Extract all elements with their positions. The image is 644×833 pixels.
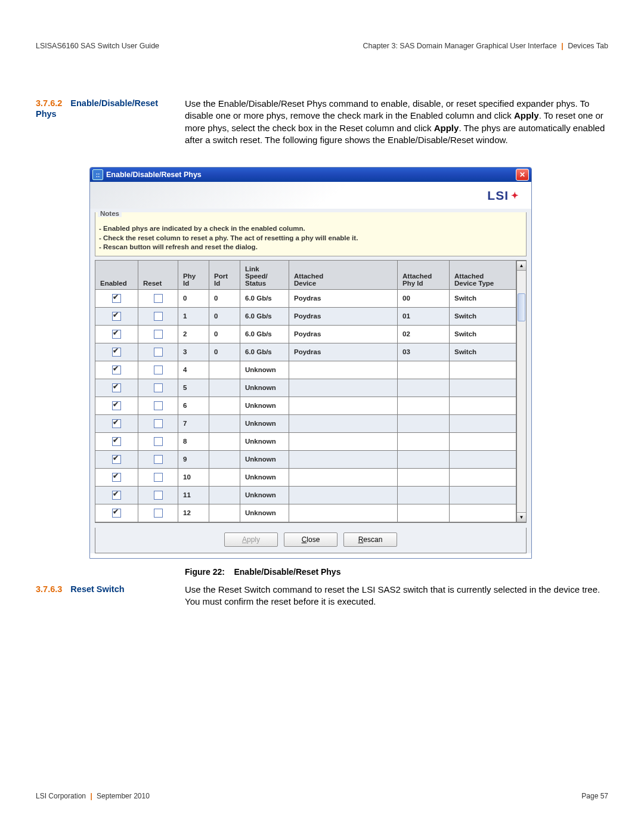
table-cell: 6.0 Gb/s — [240, 343, 289, 361]
table-row: 6Unknown — [95, 397, 516, 414]
checkbox-checked[interactable] — [112, 348, 121, 357]
table-cell: Switch — [450, 325, 516, 343]
table-cell — [138, 468, 178, 486]
table-cell: 00 — [398, 289, 450, 307]
table-cell: 0 — [209, 325, 240, 343]
table-cell: 4 — [178, 361, 209, 379]
checkbox-unchecked[interactable] — [154, 401, 163, 410]
checkbox-unchecked[interactable] — [154, 330, 163, 339]
notes-line: - Rescan button will refresh and reset t… — [99, 243, 522, 252]
checkbox-unchecked[interactable] — [154, 437, 163, 446]
table-cell — [289, 486, 398, 504]
scroll-up-button[interactable]: ▲ — [517, 261, 526, 271]
checkbox-unchecked[interactable] — [154, 348, 163, 357]
table-cell — [289, 432, 398, 450]
table-cell: Unknown — [240, 397, 289, 414]
running-footer: LSI Corporation | September 2010 Page 57 — [36, 792, 608, 800]
table-cell — [398, 397, 450, 414]
table-cell — [138, 343, 178, 361]
checkbox-unchecked[interactable] — [154, 473, 163, 482]
close-window-button[interactable]: ✕ — [516, 169, 529, 181]
checkbox-unchecked[interactable] — [154, 366, 163, 374]
table-row: 006.0 Gb/sPoydras00Switch — [95, 289, 516, 307]
table-cell — [138, 504, 178, 522]
table-row: 5Unknown — [95, 379, 516, 397]
table-cell — [289, 379, 398, 397]
table-cell: Switch — [450, 289, 516, 307]
table-row: 10Unknown — [95, 468, 516, 486]
window-titlebar[interactable]: :: Enable/Disable/Reset Phys ✕ — [90, 168, 531, 182]
checkbox-unchecked[interactable] — [154, 312, 163, 321]
checkbox-checked[interactable] — [112, 437, 121, 446]
column-header[interactable]: LinkSpeed/Status — [240, 261, 289, 290]
header-right: Chapter 3: SAS Domain Manager Graphical … — [363, 42, 608, 50]
column-header[interactable]: Reset — [138, 261, 178, 290]
table-cell: Unknown — [240, 468, 289, 486]
checkbox-checked[interactable] — [112, 473, 121, 482]
checkbox-checked[interactable] — [112, 383, 121, 392]
scroll-track[interactable] — [517, 271, 526, 512]
app-icon: :: — [92, 169, 103, 180]
checkbox-checked[interactable] — [112, 419, 121, 428]
scroll-thumb[interactable] — [518, 293, 525, 321]
close-button[interactable]: Close — [284, 532, 338, 547]
table-cell — [209, 414, 240, 432]
checkbox-unchecked[interactable] — [154, 509, 163, 518]
column-header[interactable]: AttachedDevice — [289, 261, 398, 290]
table-row: 4Unknown — [95, 361, 516, 379]
column-header[interactable]: AttachedDevice Type — [450, 261, 516, 290]
table-cell: 6 — [178, 397, 209, 414]
table-row: 7Unknown — [95, 414, 516, 432]
divider-accent: | — [561, 42, 564, 50]
checkbox-unchecked[interactable] — [154, 455, 163, 464]
column-header[interactable]: PortId — [209, 261, 240, 290]
table-cell: 2 — [178, 325, 209, 343]
column-header[interactable]: AttachedPhy Id — [398, 261, 450, 290]
checkbox-checked[interactable] — [112, 294, 121, 303]
window-title: Enable/Disable/Reset Phys — [106, 171, 202, 179]
table-cell: Switch — [450, 307, 516, 325]
notes-line: - Enabled phys are indicated by a check … — [99, 224, 522, 234]
table-cell: Unknown — [240, 414, 289, 432]
table-cell: 02 — [398, 325, 450, 343]
table-cell — [95, 504, 138, 522]
checkbox-unchecked[interactable] — [154, 419, 163, 428]
checkbox-unchecked[interactable] — [154, 294, 163, 303]
table-cell — [209, 468, 240, 486]
table-cell: 3 — [178, 343, 209, 361]
checkbox-checked[interactable] — [112, 455, 121, 464]
scroll-down-button[interactable]: ▼ — [517, 512, 526, 522]
button-bar: Apply Close Rescan — [95, 528, 527, 553]
checkbox-unchecked[interactable] — [154, 383, 163, 392]
column-header[interactable]: Enabled — [95, 261, 138, 290]
table-cell: 0 — [209, 343, 240, 361]
table-cell — [450, 468, 516, 486]
table-cell — [209, 450, 240, 468]
checkbox-checked[interactable] — [112, 509, 121, 518]
table-cell — [138, 450, 178, 468]
section-body: Use the Enable/Disable/Reset Phys comman… — [185, 98, 608, 146]
apply-button[interactable]: Apply — [224, 532, 278, 547]
checkbox-checked[interactable] — [112, 366, 121, 374]
checkbox-checked[interactable] — [112, 312, 121, 321]
table-cell — [95, 289, 138, 307]
table-cell — [95, 361, 138, 379]
table-cell: Unknown — [240, 432, 289, 450]
table-cell — [95, 397, 138, 414]
phys-table-container: EnabledResetPhyIdPortIdLinkSpeed/StatusA… — [95, 260, 527, 523]
table-cell: 0 — [178, 289, 209, 307]
rescan-button[interactable]: Rescan — [343, 532, 397, 547]
checkbox-unchecked[interactable] — [154, 491, 163, 500]
checkbox-checked[interactable] — [112, 330, 121, 339]
checkbox-checked[interactable] — [112, 491, 121, 500]
vertical-scrollbar[interactable]: ▲ ▼ — [516, 261, 527, 522]
table-cell: 11 — [178, 486, 209, 504]
checkbox-checked[interactable] — [112, 401, 121, 410]
running-header: LSISAS6160 SAS Switch User Guide Chapter… — [36, 42, 608, 50]
notes-legend: Notes — [98, 210, 122, 217]
table-cell — [95, 325, 138, 343]
table-cell: 0 — [209, 307, 240, 325]
table-cell — [209, 486, 240, 504]
table-cell — [289, 450, 398, 468]
column-header[interactable]: PhyId — [178, 261, 209, 290]
